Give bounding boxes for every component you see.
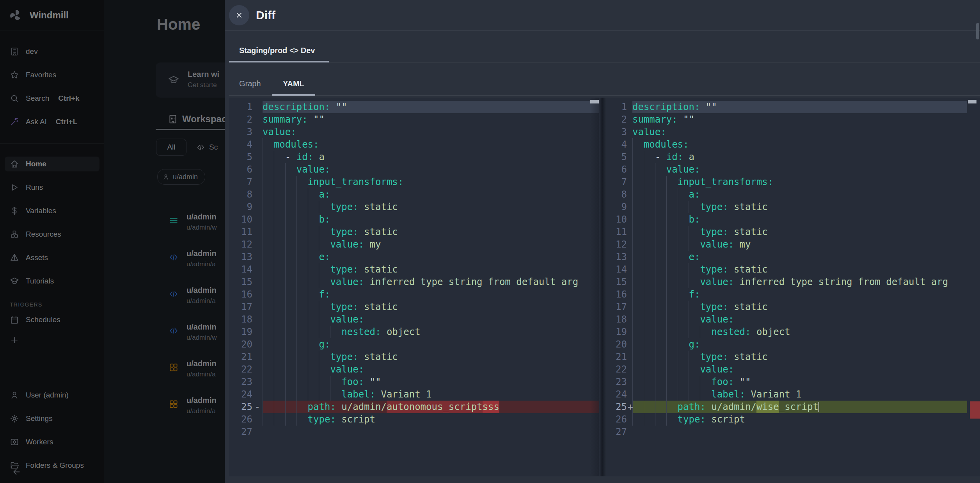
code-text: description: "" xyxy=(632,101,967,113)
editor-splitter[interactable] xyxy=(599,98,606,476)
code-text: a: xyxy=(632,188,967,201)
indent-guides xyxy=(263,376,341,388)
line-number: 3 xyxy=(606,126,632,138)
line-number: 15 xyxy=(229,276,263,288)
indent-guides xyxy=(632,401,678,413)
indent-guides xyxy=(632,413,678,426)
drawer-scrollbar-thumb[interactable] xyxy=(976,23,979,39)
indent-guides xyxy=(632,151,655,163)
code-line: 10b: xyxy=(229,213,599,226)
subtab-row-divider xyxy=(229,95,980,96)
code-text: type: static xyxy=(263,301,599,313)
code-line: 1description: "" xyxy=(229,101,599,113)
code-line: 8a: xyxy=(606,188,980,201)
code-text: value: inferred type string from default… xyxy=(263,276,599,288)
code-text: label: Variant 1 xyxy=(632,388,967,401)
code-text: type: script xyxy=(263,413,599,426)
indent-guides xyxy=(632,326,711,338)
indent-guides xyxy=(632,138,644,151)
indent-guides xyxy=(632,213,689,226)
diff-editor-right[interactable]: 1description: ""2summary: ""3value:4modu… xyxy=(606,98,980,476)
code-line: 6value: xyxy=(229,163,599,176)
line-number: 6 xyxy=(606,163,632,176)
line-number: 12 xyxy=(606,238,632,251)
text-cursor xyxy=(818,402,819,412)
code-line: 22value: xyxy=(606,363,980,376)
code-line: 15value: inferred type string from defau… xyxy=(606,276,980,288)
line-number: 9 xyxy=(606,201,632,213)
code-line: 20g: xyxy=(606,338,980,351)
code-line: 3value: xyxy=(606,126,980,138)
indent-guides xyxy=(263,163,296,176)
code-line: 15value: inferred type string from defau… xyxy=(229,276,599,288)
indent-guides xyxy=(632,263,700,276)
indent-guides xyxy=(632,376,711,388)
indent-guides xyxy=(632,163,666,176)
indent-guides xyxy=(263,313,330,326)
tab-staging-prod-dev[interactable]: Staging/prod <> Dev xyxy=(239,46,315,55)
code-line: 12value: my xyxy=(606,238,980,251)
diff-change-marker xyxy=(970,401,980,419)
right-editor-overview-ruler[interactable] xyxy=(967,98,980,476)
indent-guides xyxy=(263,263,330,276)
code-line: 18value: xyxy=(606,313,980,326)
line-number: 20 xyxy=(229,338,263,351)
line-number: 21 xyxy=(229,351,263,363)
tab-yaml[interactable]: YAML xyxy=(283,79,304,88)
code-line: 8a: xyxy=(229,188,599,201)
code-line: 10b: xyxy=(606,213,980,226)
scrollbar-thumb[interactable] xyxy=(968,100,976,103)
code-text: nested: object xyxy=(632,326,967,338)
line-number: 2 xyxy=(606,113,632,126)
line-number: 26 xyxy=(606,413,632,426)
code-line: 17type: static xyxy=(606,301,980,313)
active-tab-underline xyxy=(229,61,329,62)
code-text: input_transforms: xyxy=(263,176,599,188)
line-number: 9 xyxy=(229,201,263,213)
diff-drawer: Diff Staging/prod <> Dev Graph YAML 1des… xyxy=(225,0,980,483)
code-line: 11type: static xyxy=(606,226,980,238)
indent-guides xyxy=(263,388,341,401)
code-text: type: static xyxy=(263,351,599,363)
code-text: path: u/admin/wise_script xyxy=(632,401,967,413)
indent-guides xyxy=(263,351,330,363)
line-number: 17 xyxy=(606,301,632,313)
indent-guides xyxy=(632,388,711,401)
line-number: 24 xyxy=(229,388,263,401)
code-text: value: xyxy=(632,313,967,326)
code-text: type: static xyxy=(632,226,967,238)
line-number: 19 xyxy=(606,326,632,338)
code-line: 5- id: a xyxy=(229,151,599,163)
diff-editor-left[interactable]: 1description: ""2summary: ""3value:4modu… xyxy=(229,98,599,476)
code-text: type: static xyxy=(263,263,599,276)
code-text: type: script xyxy=(632,413,967,426)
code-line: 7input_transforms: xyxy=(229,176,599,188)
line-number: 11 xyxy=(606,226,632,238)
line-number: 18 xyxy=(606,313,632,326)
left-editor-scrollbar[interactable] xyxy=(590,98,599,476)
line-number: 7 xyxy=(229,176,263,188)
code-line: 13e: xyxy=(606,251,980,263)
code-line: 23foo: "" xyxy=(229,376,599,388)
indent-guides xyxy=(632,226,700,238)
line-number: 13 xyxy=(229,251,263,263)
code-line: 19nested: object xyxy=(229,326,599,338)
code-line: 4modules: xyxy=(229,138,599,151)
line-number: 22 xyxy=(229,363,263,376)
tab-graph[interactable]: Graph xyxy=(239,79,261,88)
line-number: 20 xyxy=(606,338,632,351)
code-lines: 1description: ""2summary: ""3value:4modu… xyxy=(229,101,599,438)
line-number: 22 xyxy=(606,363,632,376)
line-number: 8 xyxy=(606,188,632,201)
code-text: value: xyxy=(263,363,599,376)
code-text: label: Variant 1 xyxy=(263,388,599,401)
code-text: - id: a xyxy=(263,151,599,163)
indent-guides xyxy=(263,301,330,313)
scrollbar-thumb[interactable] xyxy=(590,100,599,103)
indent-guides xyxy=(263,276,330,288)
line-number: 7 xyxy=(606,176,632,188)
indent-guides xyxy=(263,363,330,376)
code-line: 1description: "" xyxy=(606,101,980,113)
app-root: Windmill devFavoritesSearchCtrl+kAsk AIC… xyxy=(0,0,980,483)
close-drawer-button[interactable] xyxy=(229,5,249,25)
